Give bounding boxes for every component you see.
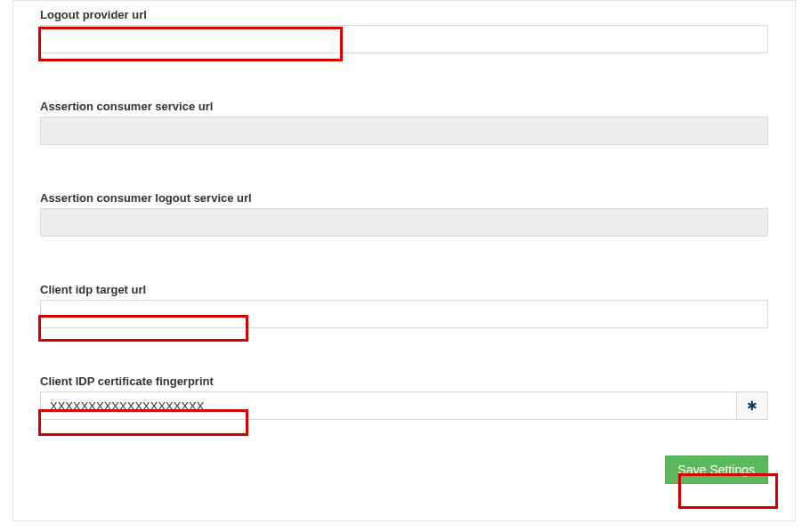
label-logout-provider: Logout provider url: [40, 8, 768, 21]
settings-content: Logout provider url Assertion consumer s…: [13, 1, 795, 502]
input-client-idp-target[interactable]: [40, 300, 768, 328]
field-client-idp-fp: Client IDP certificate fingerprint ✱: [40, 375, 768, 420]
input-client-idp-fp[interactable]: [40, 391, 736, 420]
input-acs-logout: [40, 208, 768, 237]
field-acs: Assertion consumer service url: [40, 100, 768, 145]
asterisk-icon[interactable]: ✱: [736, 391, 768, 420]
settings-panel: Logout provider url Assertion consumer s…: [12, 0, 796, 521]
label-acs: Assertion consumer service url: [40, 100, 768, 113]
input-acs: [40, 117, 768, 145]
label-client-idp-fp: Client IDP certificate fingerprint: [40, 375, 768, 388]
label-client-idp-target: Client idp target url: [40, 283, 768, 296]
field-logout-provider: Logout provider url: [40, 8, 768, 53]
asterisk-glyph: ✱: [747, 399, 757, 413]
input-logout-provider[interactable]: [40, 25, 768, 53]
field-acs-logout: Assertion consumer logout service url: [40, 191, 768, 237]
save-button[interactable]: Save Settings: [665, 455, 768, 484]
input-group-client-idp-fp: ✱: [40, 391, 768, 420]
field-client-idp-target: Client idp target url: [40, 283, 768, 328]
actions-row: Save Settings: [40, 455, 768, 484]
label-acs-logout: Assertion consumer logout service url: [40, 191, 768, 205]
